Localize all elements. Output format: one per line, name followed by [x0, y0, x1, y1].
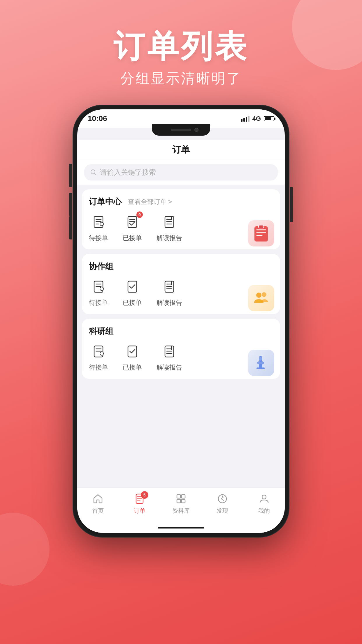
- nav-title: 订单: [172, 144, 190, 156]
- collab-accepted-icon: [124, 278, 141, 295]
- home-bar: [158, 527, 204, 528]
- orders-tab-badge: 5: [141, 491, 148, 499]
- accepted-order-icon: 9: [124, 213, 141, 231]
- svg-rect-19: [259, 225, 264, 228]
- list-item[interactable]: 9 已接单: [123, 213, 142, 242]
- tab-discover[interactable]: 发现: [202, 492, 243, 515]
- svg-rect-36: [128, 346, 137, 357]
- notch: [152, 124, 210, 136]
- svg-point-46: [259, 357, 262, 360]
- research-report-label: 解读报告: [157, 363, 182, 372]
- search-input[interactable]: 请输入关键字搜索: [84, 164, 278, 181]
- page-subtitle: 分组显示清晰明了: [0, 69, 362, 88]
- list-item[interactable]: 待接单: [89, 343, 108, 372]
- tab-orders-label: 订单: [134, 507, 145, 515]
- nav-bar: 订单: [77, 140, 285, 160]
- svg-rect-54: [182, 499, 185, 503]
- card-decoration-blue: [248, 350, 274, 376]
- tab-database[interactable]: 资料库: [160, 492, 202, 515]
- accepted-badge: 9: [136, 211, 143, 218]
- pending-order-label: 待接单: [89, 234, 108, 242]
- status-time: 10:06: [88, 114, 107, 123]
- list-item[interactable]: 待接单: [89, 213, 108, 242]
- collab-pending-icon: [90, 278, 107, 295]
- battery-icon: [264, 116, 274, 121]
- svg-rect-52: [182, 495, 185, 498]
- order-center-card: 订单中心 查看全部订单 >: [82, 189, 280, 249]
- card-decoration-red: [248, 220, 274, 246]
- svg-rect-44: [259, 364, 262, 368]
- research-pending-label: 待接单: [89, 363, 108, 372]
- collab-pending-label: 待接单: [89, 298, 108, 307]
- card-items-collaboration: 待接单 已接单: [89, 278, 273, 307]
- collab-report-label: 解读报告: [157, 298, 182, 307]
- research-card: 科研组 待接单: [82, 319, 280, 379]
- svg-point-57: [262, 495, 266, 499]
- list-item[interactable]: 解读报告: [157, 343, 182, 372]
- svg-point-35: [100, 352, 103, 355]
- tab-discover-label: 发现: [217, 507, 228, 515]
- tab-bar: 首页 5 订单: [77, 487, 285, 522]
- tab-orders[interactable]: 5 订单: [119, 492, 160, 515]
- pending-order-icon: [90, 213, 107, 231]
- svg-line-1: [94, 173, 96, 175]
- phone-screen: 10:06 4G: [77, 109, 285, 533]
- network-type-icon: 4G: [252, 115, 261, 123]
- list-item[interactable]: 已接单: [123, 278, 142, 307]
- svg-rect-45: [256, 368, 265, 369]
- collaboration-card: 协作组 待接单: [82, 254, 280, 314]
- card-items-order-center: 待接单: [89, 213, 273, 242]
- phone-frame: 10:06 4G: [73, 105, 289, 537]
- database-tab-icon: [175, 492, 187, 505]
- report-icon: [161, 213, 178, 231]
- research-pending-icon: [90, 343, 107, 360]
- card-decoration-yellow: [248, 285, 274, 311]
- tab-mine-label: 我的: [258, 507, 270, 515]
- tab-home-label: 首页: [92, 507, 104, 515]
- research-accepted-label: 已接单: [123, 363, 142, 372]
- accepted-badge-count: 9: [138, 212, 141, 217]
- svg-rect-15: [254, 226, 268, 242]
- accepted-order-label: 已接单: [123, 234, 142, 242]
- card-header-collaboration: 协作组: [89, 261, 273, 272]
- svg-point-23: [100, 287, 103, 290]
- camera-icon: [194, 128, 198, 132]
- svg-point-30: [256, 293, 261, 298]
- status-icons: 4G: [241, 115, 274, 123]
- report-label: 解读报告: [157, 234, 182, 242]
- tab-home[interactable]: 首页: [77, 492, 119, 515]
- discover-tab-icon: [216, 492, 229, 505]
- tab-database-label: 资料库: [172, 507, 190, 515]
- research-report-icon: [161, 343, 178, 360]
- mine-tab-icon: [258, 492, 270, 505]
- list-item[interactable]: 解读报告: [157, 213, 182, 242]
- card-title-collaboration: 协作组: [89, 261, 113, 272]
- list-item[interactable]: 已接单: [123, 343, 142, 372]
- list-item[interactable]: 待接单: [89, 278, 108, 307]
- research-accepted-icon: [124, 343, 141, 360]
- scroll-content: 订单中心 查看全部订单 >: [77, 185, 285, 487]
- svg-rect-53: [177, 499, 180, 503]
- search-icon: [90, 169, 97, 176]
- card-title-research: 科研组: [89, 326, 113, 337]
- signal-bars-icon: [241, 116, 249, 122]
- home-indicator: [77, 522, 285, 533]
- card-link-order-center[interactable]: 查看全部订单 >: [128, 197, 172, 206]
- card-title-order-center: 订单中心: [89, 196, 122, 207]
- svg-point-6: [100, 222, 103, 226]
- speaker-icon: [171, 129, 191, 131]
- phone-wrapper: 10:06 4G: [0, 105, 362, 537]
- svg-point-31: [262, 292, 266, 297]
- card-header-research: 科研组: [89, 326, 273, 337]
- list-item[interactable]: 解读报告: [157, 278, 182, 307]
- orders-tab-badge-count: 5: [143, 493, 146, 497]
- collab-accepted-label: 已接单: [123, 298, 142, 307]
- home-tab-icon: [92, 492, 104, 505]
- collab-report-icon: [161, 278, 178, 295]
- tab-mine[interactable]: 我的: [243, 492, 285, 515]
- search-placeholder: 请输入关键字搜索: [100, 168, 156, 177]
- orders-tab-icon: 5: [133, 492, 146, 505]
- search-bar: 请输入关键字搜索: [77, 160, 285, 185]
- svg-rect-24: [128, 281, 137, 292]
- card-header-order-center: 订单中心 查看全部订单 >: [89, 196, 273, 207]
